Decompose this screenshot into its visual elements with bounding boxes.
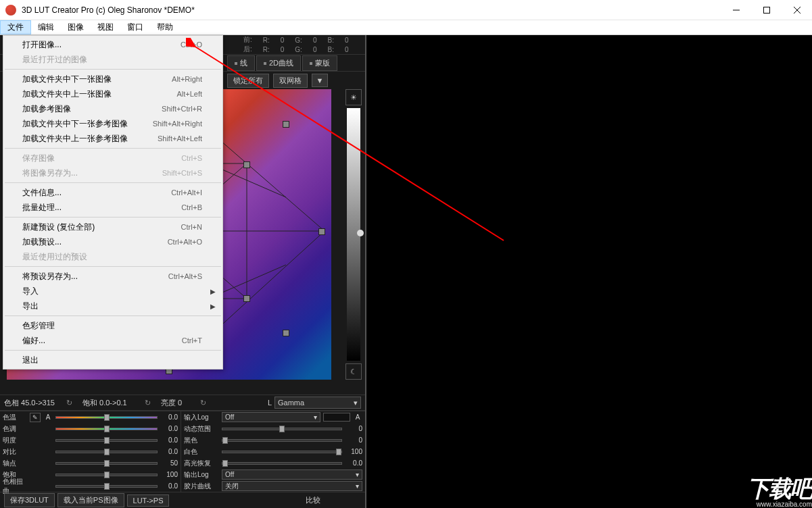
- slider-label: 轴点: [3, 459, 27, 468]
- window-titlebar: 3D LUT Creator Pro (c) Oleg Sharonov *DE…: [0, 0, 812, 20]
- tab-mask[interactable]: 蒙版: [302, 55, 337, 71]
- menu-item-label: 加载文件夹中上一张参考图像: [22, 133, 128, 145]
- slider-value: 0: [345, 436, 362, 444]
- slider-thumb[interactable]: [104, 449, 110, 455]
- slider-thumb[interactable]: [104, 426, 110, 432]
- slider-track[interactable]: [55, 439, 158, 442]
- slider-thumb[interactable]: [104, 414, 110, 421]
- slider-track[interactable]: [222, 439, 342, 442]
- menu-item[interactable]: 将预设另存为...Ctrl+Alt+S: [3, 269, 222, 284]
- brightness-slider[interactable]: [347, 108, 360, 361]
- menu-shortcut: Alt+Right: [172, 75, 202, 83]
- slider-track[interactable]: [55, 462, 158, 465]
- slider-row: 动态范围0: [181, 423, 365, 434]
- menu-window[interactable]: 窗口: [120, 20, 150, 34]
- menu-item-label: 文件信息...: [22, 187, 62, 199]
- slider-thumb[interactable]: [104, 460, 110, 467]
- color-well[interactable]: [323, 413, 350, 422]
- gamma-dropdown[interactable]: Gamma▾: [274, 397, 361, 409]
- close-button[interactable]: [782, 0, 812, 20]
- menu-image[interactable]: 图像: [61, 20, 91, 34]
- mode-letter[interactable]: A: [43, 413, 53, 421]
- slider-value: 0.0: [160, 448, 178, 455]
- menu-item[interactable]: 加载文件夹中下一张图像Alt+Right: [3, 72, 222, 86]
- lut-to-ps-button[interactable]: LUT->PS: [127, 494, 170, 507]
- brightness-handle[interactable]: [357, 230, 364, 236]
- menu-shortcut: Ctrl+T: [182, 336, 202, 345]
- menu-item[interactable]: 加载文件夹中上一张参考图像Shift+Alt+Left: [3, 131, 222, 146]
- menu-shortcut: Ctrl+N: [181, 223, 202, 231]
- slider-track[interactable]: [222, 428, 342, 430]
- menu-help[interactable]: 帮助: [150, 20, 180, 34]
- menu-item[interactable]: 加载文件夹中下一张参考图像Shift+Alt+Right: [3, 116, 222, 131]
- menu-item-label: 色彩管理: [22, 320, 55, 332]
- select-dropdown[interactable]: Off▾: [222, 412, 320, 422]
- menu-item[interactable]: 退出: [3, 353, 222, 367]
- menu-item-label: 最近使用过的预设: [22, 251, 87, 263]
- dual-grid-button[interactable]: 双网格: [273, 74, 308, 88]
- menu-item-label: 新建预设 (复位全部): [22, 222, 95, 233]
- menu-item-label: 导入: [22, 286, 39, 297]
- slider-row: 输入LogOff▾A: [181, 411, 365, 423]
- menu-item[interactable]: 加载参考图像Shift+Ctrl+R: [3, 101, 222, 116]
- menu-item: 最近打开过的图像: [3, 52, 222, 67]
- menu-shortcut: Shift+Alt+Left: [158, 134, 202, 143]
- after-label: 后:: [243, 45, 252, 54]
- slider-thumb[interactable]: [279, 426, 285, 432]
- select-dropdown[interactable]: Off▾: [222, 469, 362, 480]
- menu-shortcut: Alt+Left: [176, 90, 202, 98]
- window-controls: [721, 0, 812, 20]
- slider-track[interactable]: [55, 416, 158, 419]
- reset-icon[interactable]: ↻: [197, 397, 208, 408]
- save-3dlut-button[interactable]: 保存3DLUT: [4, 493, 55, 507]
- menu-item[interactable]: 加载预设...Ctrl+Alt+O: [3, 234, 222, 249]
- reset-icon[interactable]: ↻: [64, 397, 74, 408]
- compare-label[interactable]: 比较: [306, 495, 320, 505]
- moon-icon[interactable]: ☾: [345, 363, 362, 380]
- submenu-arrow-icon: ▶: [210, 303, 216, 310]
- sun-icon[interactable]: ☀: [345, 89, 362, 105]
- menu-item[interactable]: 偏好...Ctrl+T: [3, 333, 222, 348]
- slider-thumb[interactable]: [104, 437, 110, 444]
- file-dropdown-menu: 打开图像...Ctrl+O最近打开过的图像加载文件夹中下一张图像Alt+Righ…: [3, 35, 223, 370]
- slider-track[interactable]: [55, 485, 158, 488]
- menu-view[interactable]: 视图: [91, 20, 120, 34]
- menu-item[interactable]: 批量处理...Ctrl+B: [3, 200, 222, 215]
- menu-item[interactable]: 打开图像...Ctrl+O: [3, 37, 222, 52]
- watermark-text: 下载吧: [747, 476, 812, 501]
- menu-item[interactable]: 文件信息...Ctrl+Alt+I: [3, 185, 222, 200]
- reset-icon[interactable]: ↻: [142, 397, 153, 408]
- hue-label: 色相 45.0->315: [4, 398, 61, 408]
- slider-track[interactable]: [222, 462, 342, 465]
- menu-item[interactable]: 导出▶: [3, 299, 222, 313]
- lock-all-button[interactable]: 锁定所有: [227, 74, 269, 88]
- dropdown-toggle-button[interactable]: ▼: [312, 74, 328, 87]
- tab-2d-curve[interactable]: 2D曲线: [256, 55, 301, 71]
- slider-thumb[interactable]: [222, 460, 228, 467]
- menu-item[interactable]: 色彩管理: [3, 318, 222, 333]
- tab-line[interactable]: 线: [227, 55, 255, 71]
- mode-letter[interactable]: A: [353, 413, 362, 421]
- slider-track[interactable]: [55, 474, 158, 476]
- menu-item[interactable]: 加载文件夹中上一张图像Alt+Left: [3, 86, 222, 101]
- menu-item[interactable]: 新建预设 (复位全部)Ctrl+N: [3, 220, 222, 234]
- slider-thumb[interactable]: [104, 472, 110, 478]
- slider-track[interactable]: [222, 451, 342, 453]
- menu-shortcut: Ctrl+Alt+S: [168, 272, 202, 280]
- slider-thumb[interactable]: [104, 483, 110, 490]
- maximize-button[interactable]: [751, 0, 782, 20]
- menu-shortcut: Ctrl+S: [181, 154, 202, 162]
- slider-track[interactable]: [55, 428, 158, 430]
- slider-row: 色温✎A0.0: [0, 411, 181, 423]
- menu-file[interactable]: 文件: [0, 20, 31, 34]
- slider-thumb[interactable]: [222, 437, 228, 444]
- slider-thumb[interactable]: [336, 449, 341, 455]
- menu-edit[interactable]: 编辑: [31, 20, 61, 34]
- menu-item-label: 将预设另存为...: [22, 271, 78, 282]
- load-ps-image-button[interactable]: 载入当前PS图像: [57, 493, 124, 507]
- slider-track[interactable]: [55, 451, 158, 453]
- eyedropper-icon[interactable]: ✎: [30, 413, 41, 422]
- select-dropdown[interactable]: 关闭▾: [222, 481, 362, 491]
- minimize-button[interactable]: [721, 0, 751, 20]
- menu-item[interactable]: 导入▶: [3, 284, 222, 299]
